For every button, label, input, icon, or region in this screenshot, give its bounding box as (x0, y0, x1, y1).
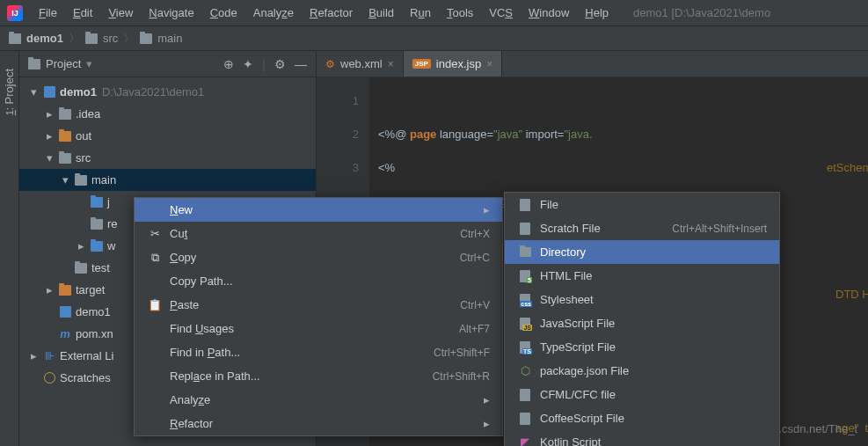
cm-label: CFML/CFC file (540, 388, 767, 401)
library-icon: ⊪ (42, 349, 56, 362)
cfml-icon (520, 389, 530, 401)
tree-label: External Li (60, 349, 113, 362)
pane-title-label: Project (46, 57, 81, 70)
cm-item-scratch-file[interactable]: Scratch File Ctrl+Alt+Shift+Insert (505, 216, 779, 240)
cm-item-cfml-file[interactable]: CFML/CFC file (505, 383, 779, 406)
cm-label: HTML File (540, 269, 767, 282)
cm-item-directory[interactable]: Directory (505, 240, 779, 264)
project-view-selector[interactable]: Project ▾ (28, 57, 223, 70)
cm-item-new[interactable]: New ▸ (135, 198, 502, 222)
cm-item-cut[interactable]: ✂ Cut Ctrl+X (135, 222, 502, 245)
expand-all-icon[interactable]: ✦ (243, 57, 253, 71)
submenu-arrow-icon: ▸ (484, 393, 490, 406)
main-menu: File Edit View Navigate Code Analyze Ref… (32, 3, 616, 23)
cm-item-stylesheet[interactable]: css Stylesheet (505, 288, 779, 311)
tab-label: index.jsp (436, 57, 481, 70)
shortcut: Ctrl+V (460, 299, 490, 311)
folder-icon (59, 285, 71, 296)
hide-icon[interactable]: — (295, 57, 307, 71)
tree-label: test (91, 261, 110, 274)
menu-analyze[interactable]: Analyze (246, 3, 301, 23)
menu-tools[interactable]: Tools (440, 3, 480, 23)
menu-view[interactable]: View (101, 3, 140, 23)
menu-help[interactable]: Help (578, 3, 616, 23)
cm-label: File (540, 198, 767, 211)
tree-item-src[interactable]: ▾ src (19, 147, 316, 169)
tree-label: j (107, 195, 110, 208)
menu-navigate[interactable]: Navigate (142, 3, 201, 23)
cm-item-copy[interactable]: ⧉ Copy Ctrl+C (135, 245, 502, 269)
expand-arrow-icon[interactable]: ▸ (76, 239, 86, 252)
menu-vcs[interactable]: VCS (482, 3, 520, 23)
shortcut: Ctrl+X (460, 228, 490, 240)
tree-item-out[interactable]: ▸ out (19, 125, 316, 147)
cm-item-kotlin-script[interactable]: ◤ Kotlin Script (505, 430, 779, 446)
cm-label: CoffeeScript File (540, 412, 767, 425)
menu-edit[interactable]: Edit (66, 3, 99, 23)
cm-item-refactor[interactable]: Refactor ▸ (135, 412, 502, 435)
tree-label: .idea (76, 107, 100, 121)
expand-arrow-icon[interactable]: ▾ (44, 151, 55, 165)
cm-item-coffeescript-file[interactable]: CoffeeScript File (505, 406, 779, 430)
gear-icon[interactable]: ⚙ (274, 57, 286, 71)
expand-arrow-icon[interactable]: ▾ (28, 85, 39, 99)
breadcrumb-root[interactable]: demo1 (26, 32, 63, 45)
breadcrumb-mid[interactable]: src (103, 32, 118, 45)
tab-index-jsp[interactable]: JSP index.jsp × (404, 51, 502, 77)
cm-item-replace-in-path[interactable]: Replace in Path... Ctrl+Shift+R (135, 364, 502, 388)
cm-item-find-in-path[interactable]: Find in Path... Ctrl+Shift+F (135, 340, 502, 364)
side-tab-strip: 1: Project (0, 51, 19, 446)
xml-icon: ⚙ (325, 58, 335, 70)
menu-refactor[interactable]: Refactor (303, 3, 360, 23)
folder-icon (9, 33, 21, 44)
expand-arrow-icon[interactable]: ▸ (44, 283, 55, 296)
cm-label: Kotlin Script (540, 435, 767, 446)
cm-item-javascript-file[interactable]: JS JavaScript File (505, 311, 779, 335)
expand-arrow-icon[interactable]: ▾ (60, 173, 70, 186)
cm-item-html-file[interactable]: 5 HTML File (505, 264, 779, 288)
breadcrumb-leaf[interactable]: main (157, 32, 182, 45)
cm-item-find-usages[interactable]: Find Usages Alt+F7 (135, 317, 502, 340)
context-menu-main: New ▸ ✂ Cut Ctrl+X ⧉ Copy Ctrl+C Copy Pa… (134, 197, 503, 436)
tab-label: web.xml (340, 57, 383, 70)
cm-item-file[interactable]: File (505, 193, 779, 216)
folder-icon (59, 131, 71, 142)
tree-label: pom.xn (76, 327, 113, 340)
expand-arrow-icon[interactable]: ▸ (28, 349, 39, 362)
folder-icon (75, 263, 87, 274)
expand-arrow-icon[interactable]: ▸ (44, 107, 55, 121)
editor-tabs: ⚙ web.xml × JSP index.jsp × (317, 51, 868, 77)
side-tab-project[interactable]: 1: Project (3, 69, 16, 115)
menu-file[interactable]: File (32, 3, 64, 23)
close-icon[interactable]: × (486, 58, 492, 70)
folder-icon (59, 153, 71, 164)
cm-label: Stylesheet (540, 293, 767, 306)
folder-icon (520, 247, 531, 257)
folder-icon (91, 219, 103, 230)
scratch-icon (44, 372, 55, 384)
cm-item-package-json[interactable]: ⬡ package.json File (505, 359, 779, 383)
tree-item-idea[interactable]: ▸ .idea (19, 103, 316, 125)
close-icon[interactable]: × (388, 58, 394, 70)
menu-run[interactable]: Run (403, 3, 438, 23)
cm-item-analyze[interactable]: Analyze ▸ (135, 388, 502, 412)
expand-arrow-icon[interactable]: ▸ (44, 129, 55, 143)
tree-root[interactable]: ▾ demo1 D:\Java2021\demo1 (19, 81, 316, 103)
cm-item-paste[interactable]: 📋 Paste Ctrl+V (135, 293, 502, 317)
coffee-icon (520, 413, 530, 425)
css-icon: css (520, 294, 530, 306)
kotlin-icon: ◤ (517, 435, 533, 446)
code-hint: DTD HTM (835, 278, 868, 311)
cm-item-copy-path[interactable]: Copy Path... (135, 269, 502, 293)
menu-build[interactable]: Build (361, 3, 401, 23)
locate-icon[interactable]: ⊕ (223, 57, 234, 71)
menu-bar: IJ File Edit View Navigate Code Analyze … (0, 0, 868, 26)
tree-label: Scratches (60, 371, 111, 384)
menu-window[interactable]: Window (522, 3, 576, 23)
shortcut: Alt+F7 (459, 323, 490, 335)
cm-item-typescript-file[interactable]: TS TypeScript File (505, 335, 779, 359)
menu-code[interactable]: Code (203, 3, 244, 23)
tree-item-main[interactable]: ▾ main (19, 169, 316, 191)
tab-web-xml[interactable]: ⚙ web.xml × (317, 51, 404, 77)
scissors-icon: ✂ (147, 227, 163, 240)
